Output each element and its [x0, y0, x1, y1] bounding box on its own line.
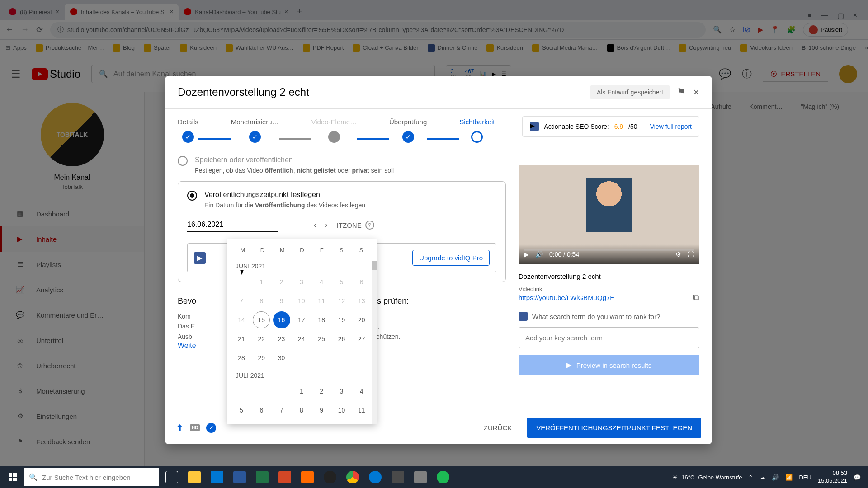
step-ueberpruefung[interactable]: Überprüfung✓	[389, 118, 427, 143]
day-cell[interactable]: 28	[233, 349, 250, 366]
volume-icon[interactable]: 🔊	[772, 474, 779, 481]
video-time: 0:00 / 0:54	[549, 251, 579, 258]
language-indicator[interactable]: DEU	[799, 474, 811, 481]
day-cell[interactable]: 26	[333, 330, 350, 347]
day-cell[interactable]: 17	[293, 311, 310, 328]
fullscreen-icon[interactable]: ⛶	[688, 251, 694, 258]
search-term-input[interactable]	[519, 327, 699, 348]
day-cell[interactable]: 8	[253, 292, 270, 310]
start-button[interactable]	[2, 466, 24, 488]
day-cell[interactable]: 15	[253, 311, 270, 328]
chrome-icon[interactable]	[342, 466, 363, 488]
day-cell[interactable]: 7	[273, 402, 290, 419]
day-cell[interactable]: 12	[333, 292, 350, 310]
vidiq-icon: ▶	[194, 252, 206, 264]
day-cell[interactable]: 29	[253, 349, 270, 366]
day-cell[interactable]: 14	[233, 311, 250, 328]
day-cell[interactable]: 11	[353, 402, 370, 419]
powerpoint-icon[interactable]	[274, 466, 296, 488]
option-speichern[interactable]: Speichern oder veroffentlichen Festlegen…	[178, 156, 506, 174]
cloud-icon[interactable]: ☁	[760, 474, 765, 481]
day-cell[interactable]: 23	[273, 330, 290, 347]
upgrade-vidiq-button[interactable]: Upgrade to vidIQ Pro	[412, 250, 490, 266]
datepicker: MDMDFSS JUNI 2021 1234567891011121314151…	[227, 239, 377, 424]
spotify-icon[interactable]	[432, 466, 454, 488]
notification-icon[interactable]: 💬	[854, 474, 861, 481]
day-cell[interactable]: 3	[333, 383, 350, 400]
prev-month-icon[interactable]: ‹	[314, 221, 316, 229]
play-icon[interactable]: ▶	[524, 251, 529, 258]
day-cell[interactable]: 7	[233, 292, 250, 310]
day-cell[interactable]: 21	[233, 330, 250, 347]
app-icon[interactable]	[297, 466, 318, 488]
app-icon[interactable]	[387, 466, 409, 488]
app-icon[interactable]	[410, 466, 431, 488]
day-cell[interactable]: 18	[313, 311, 330, 328]
day-cell[interactable]: 30	[273, 349, 290, 366]
gear-icon[interactable]: ⚙	[675, 251, 681, 258]
radio-schedule[interactable]: Veröffentlichungszeitpunkt festlegen Ein…	[187, 191, 496, 209]
video-preview[interactable]: ▶ 🔊 0:00 / 0:54 ⚙ ⛶	[519, 165, 699, 264]
day-cell[interactable]: 9	[313, 402, 330, 419]
scrollbar[interactable]	[372, 261, 377, 424]
app-icon[interactable]	[319, 466, 341, 488]
seo-score-box[interactable]: ▶ Actionable SEO Score: 6.9/50 View full…	[522, 116, 699, 137]
play-icon: ▶	[566, 361, 572, 369]
day-cell[interactable]: 24	[293, 330, 310, 347]
task-view-icon[interactable]	[161, 466, 183, 488]
preview-results-button[interactable]: ▶Preview in search results	[519, 355, 699, 375]
day-cell[interactable]: 25	[313, 330, 330, 347]
explorer-icon[interactable]	[184, 466, 205, 488]
clock[interactable]: 08:5315.06.2021	[818, 469, 847, 485]
mail-icon[interactable]	[206, 466, 228, 488]
help-icon[interactable]: ?	[365, 221, 374, 230]
excel-icon[interactable]	[251, 466, 273, 488]
step-monetarisierung[interactable]: Monetarisieru…✓	[231, 118, 279, 143]
day-cell[interactable]: 5	[233, 402, 250, 419]
chevron-up-icon[interactable]: ⌃	[748, 474, 753, 481]
close-icon[interactable]: ×	[693, 86, 699, 99]
day-cell[interactable]: 6	[353, 273, 370, 291]
date-input[interactable]	[187, 218, 278, 232]
word-icon[interactable]	[229, 466, 250, 488]
day-cell[interactable]: 4	[353, 383, 370, 400]
wifi-icon[interactable]: 📶	[785, 474, 793, 481]
seo-report-link[interactable]: View full report	[650, 123, 692, 130]
back-button[interactable]: ZURÜCK	[476, 418, 520, 438]
day-cell[interactable]: 11	[313, 292, 330, 310]
day-cell[interactable]: 3	[293, 273, 310, 291]
upload-icon: ⬆	[176, 422, 184, 433]
copy-icon[interactable]: ⧉	[693, 292, 699, 303]
day-cell[interactable]: 1	[253, 273, 270, 291]
schedule-button[interactable]: VERÖFFENTLICHUNGSZEITPUNKT FESTLEGEN	[527, 418, 701, 438]
radio-unchecked-icon[interactable]	[178, 156, 188, 166]
day-cell[interactable]: 22	[253, 330, 270, 347]
taskbar-search[interactable]: 🔍Zur Suche Text hier eingeben	[24, 468, 159, 486]
day-cell[interactable]: 9	[273, 292, 290, 310]
day-cell[interactable]: 6	[253, 402, 270, 419]
day-cell[interactable]: 16	[273, 311, 290, 328]
day-cell[interactable]: 19	[333, 311, 350, 328]
radio-checked-icon[interactable]	[187, 191, 197, 201]
step-sichtbarkeit[interactable]: Sichtbarkeit	[459, 118, 495, 143]
day-cell[interactable]: 27	[353, 330, 370, 347]
day-cell[interactable]: 5	[333, 273, 350, 291]
weather-widget[interactable]: ☀16°CGelbe Warnstufe	[672, 474, 742, 481]
next-month-icon[interactable]: ›	[325, 221, 327, 229]
sun-icon: ☀	[672, 474, 678, 481]
day-cell[interactable]: 1	[293, 383, 310, 400]
day-cell[interactable]: 10	[333, 402, 350, 419]
day-cell[interactable]: 8	[293, 402, 310, 419]
step-details[interactable]: Details✓	[178, 118, 198, 143]
video-link[interactable]: https://youtu.be/LWiGBMuQg7E	[519, 294, 614, 301]
day-cell[interactable]: 10	[293, 292, 310, 310]
day-cell[interactable]: 4	[313, 273, 330, 291]
day-cell[interactable]: 13	[353, 292, 370, 310]
day-cell[interactable]: 20	[353, 311, 370, 328]
day-cell[interactable]: 2	[273, 273, 290, 291]
step-video-elemente[interactable]: Video-Eleme…	[311, 118, 357, 143]
feedback-icon[interactable]: ⚑	[677, 86, 686, 98]
volume-icon[interactable]: 🔊	[535, 251, 543, 258]
edge-icon[interactable]	[364, 466, 386, 488]
day-cell[interactable]: 2	[313, 383, 330, 400]
